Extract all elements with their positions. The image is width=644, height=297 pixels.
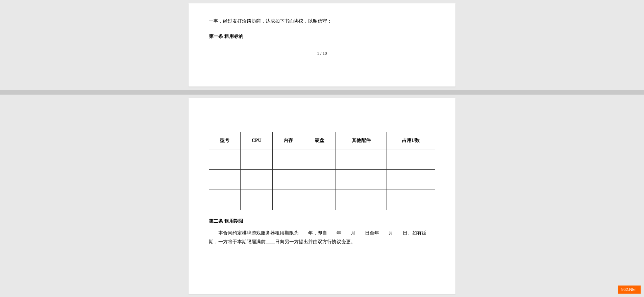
cell-model-2 xyxy=(209,169,241,190)
table-row xyxy=(209,149,435,169)
intro-text: 一事，经过友好洽谈协商，达成如下书面协议，以昭信守： xyxy=(209,17,435,25)
col-header-model: 型号 xyxy=(209,132,241,149)
col-header-accessories: 其他配件 xyxy=(336,132,387,149)
col-header-disk: 硬盘 xyxy=(304,132,336,149)
col-header-units: 占用U数 xyxy=(387,132,435,149)
col-header-memory: 内存 xyxy=(273,132,304,149)
section-2-title: 第二条 租用期限 xyxy=(209,217,435,225)
cell-model-3 xyxy=(209,190,241,210)
cell-cpu-2 xyxy=(241,169,273,190)
page-1: 一事，经过友好洽谈协商，达成如下书面协议，以昭信守： 第一条 租用标的 1 / … xyxy=(189,3,455,86)
corner-mark-top-left xyxy=(209,112,216,118)
cell-cpu-1 xyxy=(241,149,273,169)
page-2: 型号 CPU 内存 硬盘 其他配件 占用U数 xyxy=(189,98,455,294)
cell-disk-1 xyxy=(304,149,336,169)
cell-cpu-3 xyxy=(241,190,273,210)
corner-mark-bottom-left xyxy=(209,59,216,66)
cell-memory-1 xyxy=(273,149,304,169)
cell-units-1 xyxy=(387,149,435,169)
cell-model-1 xyxy=(209,149,241,169)
cell-accessories-2 xyxy=(336,169,387,190)
cell-memory-2 xyxy=(273,169,304,190)
page-separator xyxy=(0,90,644,95)
cell-disk-2 xyxy=(304,169,336,190)
corner-mark-bottom-right xyxy=(209,66,216,73)
page-1-content: 一事，经过友好洽谈协商，达成如下书面协议，以昭信守： 第一条 租用标的 xyxy=(209,17,435,41)
watermark-badge: 962.NET xyxy=(618,286,641,294)
server-specs-table: 型号 CPU 内存 硬盘 其他配件 占用U数 xyxy=(209,132,435,210)
section-2-content: 本合同约定棋牌游戏服务器租用期限为____年，即自____年____月____日… xyxy=(209,229,435,247)
cell-disk-3 xyxy=(304,190,336,210)
cell-accessories-3 xyxy=(336,190,387,210)
page-2-content: 型号 CPU 内存 硬盘 其他配件 占用U数 xyxy=(209,132,435,247)
table-row xyxy=(209,169,435,190)
table-row xyxy=(209,190,435,210)
table-header-row: 型号 CPU 内存 硬盘 其他配件 占用U数 xyxy=(209,132,435,149)
cell-memory-3 xyxy=(273,190,304,210)
cell-units-2 xyxy=(387,169,435,190)
document-container: 一事，经过友好洽谈协商，达成如下书面协议，以昭信守： 第一条 租用标的 1 / … xyxy=(0,0,644,297)
page-number: 1 / 10 xyxy=(209,51,435,56)
corner-mark-top-right xyxy=(209,118,216,125)
section-1-title: 第一条 租用标的 xyxy=(209,32,435,41)
cell-accessories-1 xyxy=(336,149,387,169)
col-header-cpu: CPU xyxy=(241,132,273,149)
cell-units-3 xyxy=(387,190,435,210)
